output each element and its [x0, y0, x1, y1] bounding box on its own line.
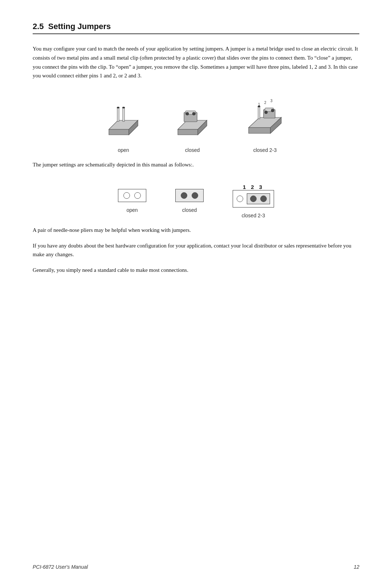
open-jumper-svg	[103, 98, 143, 142]
closed23-pin-row	[233, 190, 274, 208]
svg-point-21	[258, 106, 260, 107]
svg-marker-1	[109, 129, 129, 135]
svg-marker-8	[178, 129, 198, 135]
schematic-closed23: 1 2 3 closed 2-3	[233, 184, 274, 218]
schematic-open-label: open	[126, 207, 138, 213]
closed23-jumper-svg: 1 2 3	[241, 95, 289, 142]
open-pin-box	[118, 189, 146, 202]
closed23-label: closed 2-3	[253, 147, 277, 153]
svg-rect-4	[123, 108, 124, 121]
closed-pin-2	[192, 192, 198, 199]
pin-num-1: 1	[243, 184, 246, 190]
svg-point-6	[122, 107, 125, 108]
open-pin-1	[123, 192, 130, 199]
open-label: open	[118, 147, 129, 153]
svg-text:2: 2	[264, 101, 266, 105]
closed-jumper-svg	[172, 98, 212, 142]
schematic-closed-label: closed	[182, 207, 197, 213]
page-footer: PCI-6872 User's Manual 12	[33, 564, 359, 570]
schematic-closed23-label: closed 2-3	[242, 213, 265, 218]
section-heading: 2.5 Setting Jumpers	[33, 22, 359, 34]
svg-point-12	[186, 112, 189, 115]
svg-point-25	[271, 109, 274, 112]
3d-diagrams-row: open closed 1 2 3	[33, 95, 359, 153]
closed-pin-box	[175, 189, 204, 202]
closed23-pin-box-wrapper: 1 2 3	[233, 184, 274, 208]
manual-name: PCI-6872 User's Manual	[33, 564, 88, 570]
pin-num-2: 2	[251, 184, 254, 190]
3d-open-diagram: open	[103, 98, 143, 153]
schematic-closed: closed	[175, 189, 204, 213]
svg-marker-15	[249, 128, 270, 133]
needle-nose-paragraph: A pair of needle-nose pliers may be help…	[33, 226, 359, 235]
intro-paragraph: You may configure your card to match the…	[33, 44, 359, 80]
3d-closed-diagram: closed	[172, 98, 212, 153]
svg-point-5	[117, 107, 119, 108]
page-number: 12	[354, 564, 359, 570]
svg-rect-3	[117, 108, 119, 121]
pin-2-closed	[250, 196, 257, 202]
doubts-paragraph: If you have any doubts about the best ha…	[33, 241, 359, 259]
svg-rect-20	[258, 106, 260, 119]
pin-1-open	[237, 196, 243, 202]
schematic-intro-paragraph: The jumper settings are schematically de…	[33, 160, 359, 169]
pin-number-row: 1 2 3	[243, 184, 262, 190]
closed-label: closed	[185, 147, 200, 153]
closed23-outer-box	[233, 190, 274, 208]
pin-3-closed	[260, 196, 267, 202]
pin-num-3: 3	[259, 184, 262, 190]
3d-closed23-diagram: 1 2 3 closed 2-3	[241, 95, 289, 153]
svg-point-13	[192, 112, 195, 115]
section-title: 2.5 Setting Jumpers	[33, 22, 359, 34]
schematic-open: open	[118, 189, 146, 213]
closed23-inner-box	[247, 193, 270, 204]
svg-point-24	[265, 111, 268, 114]
schematic-diagrams-row: open closed 1 2 3	[33, 184, 359, 218]
open-pin-2	[134, 192, 141, 199]
closed-pin-1	[181, 192, 187, 199]
standard-cable-paragraph: Generally, you simply need a standard ca…	[33, 266, 359, 275]
svg-text:3: 3	[270, 99, 273, 103]
